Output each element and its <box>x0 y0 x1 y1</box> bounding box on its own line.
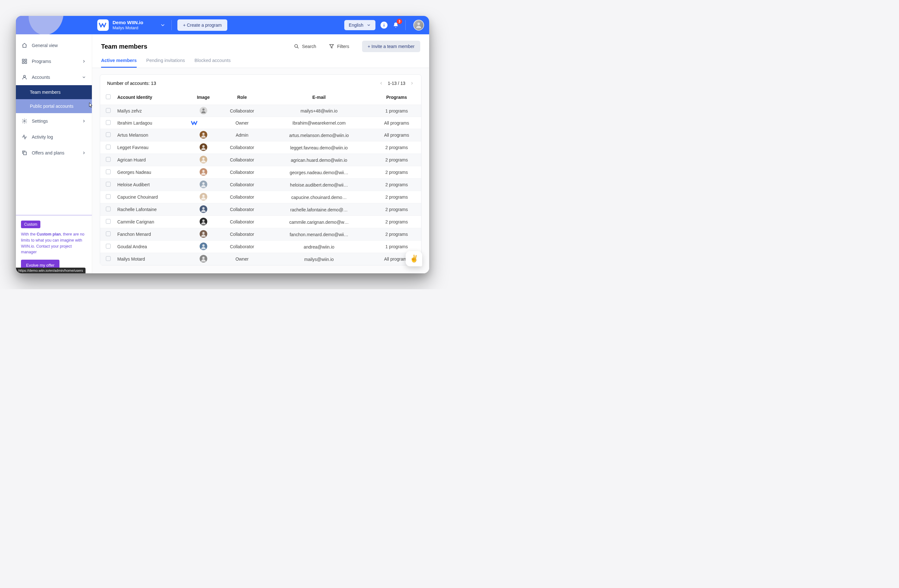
cell-email: agrican.huard.demo@wiin.io <box>266 154 372 166</box>
search-icon <box>294 43 300 49</box>
table-row[interactable]: Mailys MotardOwnermailys@wiin.ioAll prog… <box>100 253 421 265</box>
table-row[interactable]: Goudal AndreaCollaboratorandrea@wiin.io1… <box>100 241 421 253</box>
svg-rect-4 <box>25 59 27 61</box>
filters-button[interactable]: Filters <box>329 43 349 49</box>
select-all-checkbox[interactable] <box>106 94 111 99</box>
accounts-count-label: Number of accounts: 13 <box>107 81 156 86</box>
row-checkbox[interactable] <box>106 219 111 224</box>
cell-image <box>188 129 218 142</box>
table-row[interactable]: Fanchon MenardCollaboratorfanchon.menard… <box>100 228 421 241</box>
cell-role: Collaborator <box>218 105 266 117</box>
cell-role: Admin <box>218 129 266 142</box>
row-checkbox[interactable] <box>106 182 111 187</box>
chevron-down-icon <box>82 74 86 80</box>
cell-email: legget.favreau.demo@wiin.io <box>266 142 372 154</box>
table-row[interactable]: Artus MelansonAdminartus.melanson.demo@w… <box>100 129 421 142</box>
user-avatar[interactable] <box>413 20 424 31</box>
notifications-bell-icon[interactable]: 3 <box>391 21 400 29</box>
cell-image <box>188 228 218 241</box>
sidebar-item-settings[interactable]: Settings <box>16 113 92 129</box>
table-row[interactable]: Cammile CarignanCollaboratorcammile.cari… <box>100 216 421 228</box>
cell-email: georges.nadeau.demo@wii… <box>266 166 372 179</box>
row-checkbox[interactable] <box>106 244 111 248</box>
cell-role: Collaborator <box>218 179 266 191</box>
sidebar-item-label: Offers and plans <box>32 150 64 156</box>
cell-programs: 1 programs <box>372 105 421 117</box>
svg-point-2 <box>417 23 420 25</box>
row-checkbox[interactable] <box>106 145 111 150</box>
svg-point-14 <box>202 145 204 148</box>
chat-widget[interactable]: ✌️ <box>406 251 422 266</box>
language-select[interactable]: English <box>344 20 375 30</box>
promo-text: With the Custom plan, there are no limit… <box>21 231 87 255</box>
avatar-icon <box>200 168 207 176</box>
avatar-icon <box>200 107 207 114</box>
sidebar-item-activity[interactable]: Activity log <box>16 129 92 145</box>
sidebar-item-offers[interactable]: Offers and plans <box>16 145 92 161</box>
sidebar-subitem-public-portal[interactable]: Public portal accounts <box>16 99 92 113</box>
cell-name: Agrican Huard <box>116 154 188 166</box>
wiin-logo-icon <box>191 120 215 125</box>
row-checkbox[interactable] <box>106 194 111 199</box>
info-icon[interactable] <box>380 22 388 29</box>
app-logo <box>97 19 109 31</box>
chevron-right-icon <box>82 59 86 64</box>
tab-pending-invitations[interactable]: Pending invitations <box>146 58 185 68</box>
cell-image <box>188 142 218 154</box>
sidebar-item-accounts[interactable]: Accounts <box>16 69 92 85</box>
table-row[interactable]: Heloise AudibertCollaboratorheloise.audi… <box>100 179 421 191</box>
table-row[interactable]: Maïlys zefvzCollaboratormailys+48@wiin.i… <box>100 105 421 117</box>
chevron-right-icon[interactable] <box>410 80 414 86</box>
workspace-title: Demo WIIN.io <box>113 20 144 25</box>
cell-name: Artus Melanson <box>116 129 188 142</box>
table-row[interactable]: Rachelle LafontaineCollaboratorrachelle.… <box>100 204 421 216</box>
cell-name: Rachelle Lafontaine <box>116 204 188 216</box>
invite-member-button[interactable]: + Invite a team member <box>362 41 420 52</box>
avatar-icon <box>200 144 207 151</box>
row-checkbox[interactable] <box>106 132 111 137</box>
cell-programs: 2 programs <box>372 142 421 154</box>
cell-programs: 2 programs <box>372 204 421 216</box>
chat-emoji-icon: ✌️ <box>410 255 419 263</box>
svg-point-12 <box>202 108 204 111</box>
cell-role: Owner <box>218 117 266 129</box>
table-row[interactable]: Georges NadeauCollaboratorgeorges.nadeau… <box>100 166 421 179</box>
cell-programs: 2 programs <box>372 179 421 191</box>
home-icon <box>22 43 27 48</box>
avatar-icon <box>200 131 207 139</box>
row-checkbox[interactable] <box>106 108 111 113</box>
tab-blocked-accounts[interactable]: Blocked accounts <box>195 58 231 68</box>
svg-rect-5 <box>22 62 24 63</box>
sidebar-subitem-team-members[interactable]: Team members <box>16 85 92 99</box>
cell-role: Owner <box>218 253 266 265</box>
sidebar-item-label: Programs <box>32 59 51 64</box>
table-row[interactable]: Capucine ChouinardCollaboratorcapucine.c… <box>100 191 421 204</box>
cell-email: Ibrahim@wearekernel.com <box>266 117 372 129</box>
accounts-card: Number of accounts: 13 1-13 / 13 A <box>100 74 422 265</box>
row-checkbox[interactable] <box>106 231 111 236</box>
search-button[interactable]: Search <box>294 43 316 49</box>
cell-image <box>188 216 218 228</box>
row-checkbox[interactable] <box>106 207 111 211</box>
chevron-left-icon[interactable] <box>379 80 383 86</box>
row-checkbox[interactable] <box>106 157 111 162</box>
cell-name: Mailys Motard <box>116 253 188 265</box>
avatar-icon <box>200 242 207 250</box>
row-checkbox[interactable] <box>106 120 111 125</box>
sidebar-item-general[interactable]: General view <box>16 37 92 53</box>
tab-active-members[interactable]: Active members <box>101 58 137 68</box>
cell-image <box>188 204 218 216</box>
create-program-button[interactable]: + Create a program <box>178 19 228 31</box>
sidebar-item-programs[interactable]: Programs <box>16 53 92 69</box>
workspace-switcher[interactable]: Demo WIIN.io Mailys Motard <box>92 19 165 31</box>
cell-image <box>188 253 218 265</box>
avatar-icon <box>200 255 207 262</box>
table-row[interactable]: Ibrahim LardagouOwnerIbrahim@wearekernel… <box>100 117 421 129</box>
avatar-icon <box>200 193 207 201</box>
cell-name: Georges Nadeau <box>116 166 188 179</box>
table-row[interactable]: Agrican HuardCollaboratoragrican.huard.d… <box>100 154 421 166</box>
row-checkbox[interactable] <box>106 256 111 261</box>
row-checkbox[interactable] <box>106 170 111 174</box>
table-row[interactable]: Legget FavreauCollaboratorlegget.favreau… <box>100 142 421 154</box>
sidebar-item-label: Accounts <box>32 75 50 80</box>
